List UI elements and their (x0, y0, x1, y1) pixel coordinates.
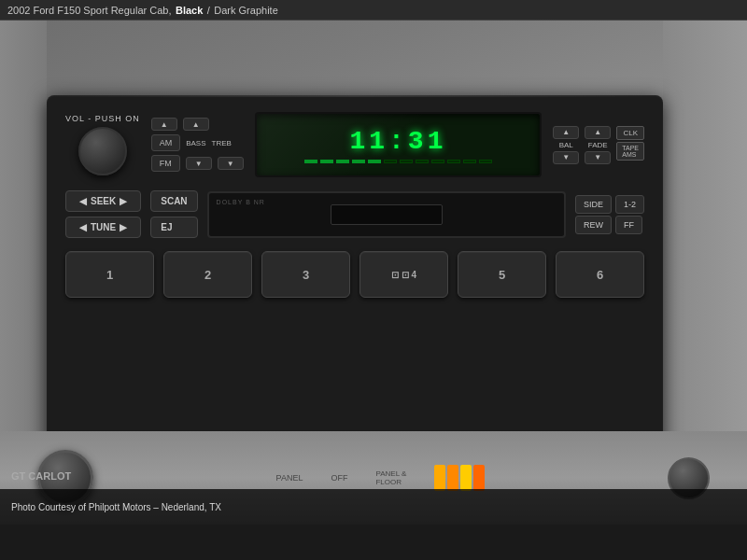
color-primary: Black (176, 5, 203, 16)
prog-seg-11 (463, 160, 476, 163)
volume-knob[interactable] (78, 127, 127, 175)
treb-down-button[interactable]: ▼ (218, 157, 244, 170)
radio-reflection (47, 95, 663, 97)
preset-6-label: 6 (597, 268, 603, 282)
preset-2-label: 2 (204, 268, 211, 282)
treb-up-button[interactable]: ▲ (183, 118, 209, 131)
side-button[interactable]: SIDE (575, 195, 612, 214)
tune-left-icon: ◀ (79, 222, 87, 232)
off-label: OFF (331, 473, 347, 483)
bal-label: BAL (559, 141, 573, 149)
fm-button[interactable]: FM (151, 155, 180, 172)
radio-top-section: VOL - PUSH ON ▲ ▲ AM BASS TREB FM ▼ ▼ (65, 112, 644, 177)
color-separator: / (207, 5, 210, 16)
preset-3-button[interactable]: 3 (261, 251, 350, 298)
preset-5-button[interactable]: 5 (458, 251, 546, 298)
panel-floor-label: PANEL & FLOOR (375, 469, 406, 486)
prog-seg-9 (431, 160, 444, 163)
gtcarlot-logo: GT CARLOT (11, 470, 71, 482)
scan-button[interactable]: SCAN (150, 190, 197, 212)
display-screen: 11:31 (255, 112, 543, 177)
main-photo: VOL - PUSH ON ▲ ▲ AM BASS TREB FM ▼ ▼ (0, 21, 747, 525)
radio-middle-section: ◀ SEEK ▶ ◀ TUNE ▶ SCAN EJ DOLBY B NR (65, 190, 644, 238)
seek-label: SEEK (91, 196, 116, 206)
tune-label: TUNE (91, 222, 116, 232)
prog-seg-5 (368, 160, 381, 163)
preset-1-button[interactable]: 1 (65, 251, 154, 298)
preset-4-button[interactable]: ⊡ 4 (359, 251, 448, 298)
eject-button[interactable]: EJ (150, 217, 197, 238)
tune-button[interactable]: ◀ TUNE ▶ (65, 217, 141, 238)
side-rew-ff-controls: SIDE 1-2 REW FF (575, 195, 644, 234)
seek-right-icon: ▶ (120, 196, 127, 206)
dolby-label: DOLBY B NR (217, 199, 265, 205)
seek-tune-area: ◀ SEEK ▶ ◀ TUNE ▶ (65, 190, 141, 238)
fade-label: FADE (588, 141, 608, 149)
am-button[interactable]: AM (151, 134, 181, 151)
vehicle-title: 2002 Ford F150 Sport Regular Cab, (7, 5, 172, 16)
fade-up-button[interactable]: ▲ (585, 126, 611, 139)
prog-seg-4 (352, 160, 365, 163)
preset-6-button[interactable]: 6 (556, 251, 644, 298)
prog-seg-12 (479, 160, 492, 163)
bal-col: ▲ BAL ▼ (553, 126, 579, 164)
prog-seg-10 (447, 160, 460, 163)
bal-down-button[interactable]: ▼ (553, 151, 579, 164)
treb-label: TREB (212, 139, 232, 147)
freq-controls: ▲ ▲ AM BASS TREB FM ▼ ▼ (151, 118, 244, 172)
rew-button[interactable]: REW (575, 216, 612, 234)
seek-left-icon: ◀ (79, 196, 87, 206)
scan-ej-area: SCAN EJ (150, 190, 197, 238)
time-display: 11:31 (349, 127, 446, 156)
cassette-slot[interactable]: DOLBY B NR (207, 191, 566, 238)
fm-row: FM ▼ ▼ (151, 155, 244, 172)
seek-button[interactable]: ◀ SEEK ▶ (65, 190, 141, 212)
radio-unit: VOL - PUSH ON ▲ ▲ AM BASS TREB FM ▼ ▼ (47, 95, 663, 450)
top-bar: 2002 Ford F150 Sport Regular Cab, Black … (0, 0, 747, 21)
prog-seg-1 (304, 160, 317, 163)
photo-caption-bar: Photo Courtesy of Philpott Motors – Nede… (0, 489, 747, 525)
color-secondary: Dark Graphite (214, 5, 277, 16)
12-button[interactable]: 1-2 (615, 195, 644, 214)
prog-seg-2 (320, 160, 333, 163)
am-fm-row: ▲ ▲ (151, 118, 244, 131)
tape-ams-button[interactable]: TAPE AMS (616, 142, 644, 161)
bass-down-button[interactable]: ▼ (186, 157, 212, 170)
prog-seg-7 (400, 160, 413, 163)
right-controls: ▲ BAL ▼ ▲ FADE ▼ CLK TAPE AMS (553, 126, 644, 164)
preset-1-label: 1 (106, 268, 113, 282)
preset-2-button[interactable]: 2 (163, 251, 252, 298)
photo-caption-text: Photo Courtesy of Philpott Motors – Nede… (11, 502, 221, 512)
ff-button[interactable]: FF (615, 216, 642, 234)
clk-button[interactable]: CLK (616, 126, 644, 140)
prog-seg-8 (416, 160, 429, 163)
vol-label: VOL - PUSH ON (65, 114, 140, 123)
volume-knob-area: VOL - PUSH ON (65, 114, 140, 175)
prog-seg-6 (384, 160, 397, 163)
progress-bar (304, 160, 492, 163)
bal-up-button[interactable]: ▲ (553, 126, 579, 139)
fade-col: ▲ FADE ▼ (585, 126, 611, 164)
preset-4-label: ⊡ 4 (391, 270, 416, 280)
am-fm-labels-row: AM BASS TREB (151, 134, 244, 151)
clk-tape-col: CLK TAPE AMS (616, 126, 644, 161)
cassette-slot-inner (331, 204, 443, 225)
bass-label: BASS (186, 139, 205, 147)
fade-down-button[interactable]: ▼ (585, 151, 611, 164)
preset-buttons-row: 1 2 3 ⊡ 4 5 6 (65, 251, 644, 298)
color-flap (434, 465, 485, 491)
bass-up-button[interactable]: ▲ (151, 118, 177, 131)
panel-label: PANEL (276, 473, 303, 483)
preset-3-label: 3 (303, 268, 309, 282)
preset-5-label: 5 (499, 268, 505, 282)
prog-seg-3 (336, 160, 349, 163)
tune-right-icon: ▶ (120, 222, 127, 232)
